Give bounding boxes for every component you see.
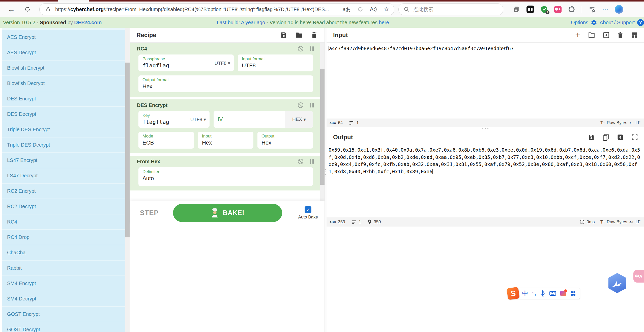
sidebar-item-rabbit[interactable]: Rabbit <box>2 261 125 276</box>
gear-icon[interactable] <box>591 19 597 26</box>
last-build-link[interactable]: Last build: A year ago <box>217 20 265 25</box>
output-text[interactable]: 0x59,0x15,0xc1,0x3f,0x40,0x9a,0x7a,0xe7,… <box>329 147 640 174</box>
des-output-value[interactable]: Hex <box>261 140 309 146</box>
sidebar-item-des-decrypt[interactable]: DES Decrypt <box>2 107 125 122</box>
sidebar-item-blowfish-encrypt[interactable]: Blowfish Encrypt <box>2 61 125 76</box>
eol-arrow-icon[interactable]: ↩ <box>629 219 633 225</box>
refresh-icon[interactable] <box>24 6 31 13</box>
sidebar-item-triple-des-encrypt[interactable]: Triple DES Encrypt <box>2 122 125 137</box>
copy-output-icon[interactable] <box>602 134 609 141</box>
split-view-icon[interactable] <box>631 32 638 39</box>
address-bar[interactable]: https://cyberchef.org/#recipe=From_Hexdu… <box>39 3 394 15</box>
passphrase-type-dropdown[interactable]: UTF8 ▾ <box>215 60 230 66</box>
mode-field[interactable]: Mode ECB <box>138 132 194 149</box>
collections-icon[interactable] <box>589 6 596 13</box>
open-file-folder-icon[interactable] <box>588 32 595 38</box>
disable-op-icon[interactable] <box>297 102 304 108</box>
extensions-puzzle-icon[interactable] <box>568 6 575 13</box>
sidebar-item-rc2-decrypt[interactable]: RC2 Decrypt <box>2 199 125 214</box>
ime-language-toggle-icon[interactable]: 中 <box>522 290 528 297</box>
input-textarea[interactable]: a4c3f8927d9b8e6d6e483fa2cd0193b0a6e2f19c… <box>327 42 644 124</box>
sidebar-item-ls47-encrypt[interactable]: LS47 Encrypt <box>2 153 125 168</box>
load-recipe-folder-icon[interactable] <box>295 32 303 38</box>
clear-recipe-trash-icon[interactable] <box>311 32 317 39</box>
url-input[interactable]: https://cyberchef.org/#recipe=From_Hexdu… <box>55 7 336 12</box>
back-icon[interactable]: ← <box>8 6 15 13</box>
character-encoding-icon[interactable]: Tт <box>600 219 605 225</box>
ime-keyboard-icon[interactable] <box>549 291 556 296</box>
sidebar-item-blowfish-decrypt[interactable]: Blowfish Decrypt <box>2 76 125 91</box>
input-encoding-value[interactable]: Raw Bytes <box>607 120 627 125</box>
input-eol-value[interactable]: LF <box>635 120 640 125</box>
key-type-dropdown[interactable]: UTF8 ▾ <box>190 117 206 122</box>
sidebar-item-sm4-encrypt[interactable]: SM4 Encrypt <box>2 276 125 291</box>
sidebar-item-des-encrypt[interactable]: DES Encrypt <box>2 91 125 107</box>
disable-op-icon[interactable] <box>297 45 304 52</box>
breakpoint-pause-icon[interactable] <box>310 159 314 164</box>
bake-button[interactable]: BAKE! <box>173 204 282 222</box>
mode-value[interactable]: ECB <box>142 140 190 146</box>
options-link[interactable]: Options <box>571 20 588 25</box>
ime-mic-icon[interactable] <box>540 290 545 297</box>
settings-more-icon[interactable]: ⋯ <box>602 6 609 13</box>
tab-manager-icon[interactable] <box>513 6 520 13</box>
sidebar-item-rc2-encrypt[interactable]: RC2 Encrypt <box>2 184 125 199</box>
sidebar-item-aes-encrypt[interactable]: AES Encrypt <box>2 30 125 45</box>
key-field[interactable]: Key flagflag UTF8 ▾ <box>138 111 210 128</box>
delimiter-value[interactable]: Auto <box>142 175 309 182</box>
input-format-field[interactable]: Input format UTF8 <box>238 54 313 71</box>
edge-translate-flyout-icon[interactable]: 中A <box>633 270 644 283</box>
search-box[interactable]: 点此搜索 <box>398 3 503 15</box>
favorite-star-icon[interactable]: ☆ <box>384 6 389 13</box>
help-icon[interactable]: ? <box>637 19 644 26</box>
sidebar-scrollbar[interactable] <box>125 28 130 332</box>
iv-type-dropdown[interactable]: HEX ▾ <box>285 111 313 128</box>
sidebar-item-aes-decrypt[interactable]: AES Decrypt <box>2 45 125 61</box>
eol-arrow-icon[interactable]: ↩ <box>629 120 633 126</box>
io-resize-handle[interactable] <box>327 126 644 131</box>
output-format-value[interactable]: Hex <box>142 83 309 90</box>
passphrase-field[interactable]: Passphrase flagflag UTF8 ▾ <box>138 54 234 71</box>
sidebar-item-chacha[interactable]: ChaCha <box>2 245 125 261</box>
delimiter-field[interactable]: Delimiter Auto <box>138 167 313 186</box>
character-encoding-icon[interactable]: Tт <box>600 120 605 126</box>
des-output-field[interactable]: Output Hex <box>257 132 313 149</box>
dark-reader-icon[interactable] <box>526 6 534 13</box>
step-button[interactable]: STEP <box>140 209 159 217</box>
sidebar-item-rc4-drop[interactable]: RC4 Drop <box>2 230 125 245</box>
ime-punctuation-icon[interactable]: °, <box>532 290 536 296</box>
sidebar-item-rc4[interactable]: RC4 <box>2 214 125 230</box>
maximize-output-icon[interactable] <box>631 134 638 141</box>
op-from-hex[interactable]: From Hex Delimiter Auto <box>130 156 320 190</box>
auto-bake-checkbox[interactable]: ✓ <box>305 206 311 213</box>
breakpoint-pause-icon[interactable] <box>310 103 314 107</box>
ime-skin-icon[interactable] <box>560 291 566 296</box>
features-link[interactable]: here <box>379 20 389 25</box>
input-text[interactable]: a4c3f8927d9b8e6d6e483fa2cd0193b0a6e2f19c… <box>329 46 514 51</box>
lock-icon[interactable] <box>46 7 51 12</box>
des-input-value[interactable]: Hex <box>202 140 249 146</box>
sidebar-item-triple-des-decrypt[interactable]: Triple DES Decrypt <box>2 137 125 153</box>
op-des-encrypt[interactable]: DES Encrypt Key flagflag UTF8 ▾ <box>130 99 320 153</box>
save-recipe-icon[interactable] <box>280 32 287 39</box>
save-output-icon[interactable] <box>588 134 595 141</box>
add-input-tab-icon[interactable]: + <box>575 31 580 40</box>
sidebar-item-ls47-decrypt[interactable]: LS47 Decrypt <box>2 168 125 184</box>
clear-input-trash-icon[interactable] <box>617 32 623 39</box>
output-textarea[interactable]: 0x59,0x15,0xc1,0x3f,0x40,0x9a,0x7a,0xe7,… <box>327 144 644 222</box>
ime-toolbox-grid-icon[interactable] <box>570 291 576 296</box>
sogou-logo-icon[interactable]: S <box>507 287 520 300</box>
open-folder-input-icon[interactable] <box>603 32 610 39</box>
sidebar-item-sm4-decrypt[interactable]: SM4 Decrypt <box>2 291 125 307</box>
recipe-scrollbar-thumb[interactable] <box>320 69 325 185</box>
iv-field[interactable]: IV HEX ▾ <box>214 111 313 128</box>
input-format-value[interactable]: UTF8 <box>242 62 309 69</box>
sidebar-scrollbar-thumb[interactable] <box>125 63 130 237</box>
output-encoding-value[interactable]: Raw Bytes <box>607 219 627 225</box>
disable-op-icon[interactable] <box>297 158 304 165</box>
read-aloud-icon[interactable]: A <box>370 6 377 13</box>
translate-extension-icon[interactable]: 中A <box>554 6 562 13</box>
about-support-link[interactable]: About / Support <box>600 20 635 25</box>
move-output-to-input-icon[interactable] <box>617 134 624 141</box>
breakpoint-pause-icon[interactable] <box>310 46 314 51</box>
